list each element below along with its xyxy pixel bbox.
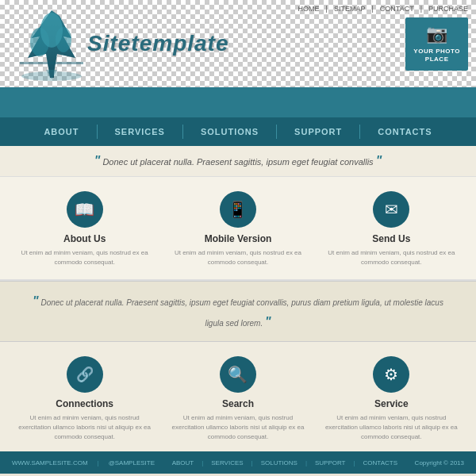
feature-title-service: Service xyxy=(374,398,409,409)
feature-desc-aboutus: Ut enim ad minim veniam, quis nostrud ex… xyxy=(16,248,154,267)
quote-section-1: " Donec ut placerat nulla. Praesent sagi… xyxy=(0,146,476,177)
feature-desc-service: Ut enim ad minim veniam, quis nostrud ex… xyxy=(322,413,460,442)
footer: WWW.SAMPLESITE.COM | @SAMPLESITE ABOUT |… xyxy=(0,451,476,474)
footer-nav-services[interactable]: SERVICES xyxy=(211,459,243,466)
svg-rect-7 xyxy=(20,62,83,64)
footer-social[interactable]: @SAMPLESITE xyxy=(109,459,155,466)
nav-contacts[interactable]: CONTACTS xyxy=(360,117,449,146)
footer-left: WWW.SAMPLESITE.COM | @SAMPLESITE xyxy=(12,459,155,466)
feature-icon-service: ⚙ xyxy=(373,356,409,393)
features-section: 📖 About Us Ut enim ad minim veniam, quis… xyxy=(0,177,476,281)
quote-text-1: " Donec ut placerat nulla. Praesent sagi… xyxy=(24,154,452,168)
quote2-open: " xyxy=(33,294,39,308)
quote-close: " xyxy=(376,154,382,167)
site-title: Sitetemplate xyxy=(87,31,229,56)
svg-point-6 xyxy=(40,13,63,48)
footer-copyright: Copyright © 2013 xyxy=(415,459,464,466)
footer-nav: ABOUT | SERVICES | SOLUTIONS | SUPPORT |… xyxy=(172,459,397,466)
feature-title-search: Search xyxy=(222,398,254,409)
main-nav: ABOUT SERVICES SOLUTIONS SUPPORT CONTACT… xyxy=(0,117,476,146)
quote2-close: " xyxy=(265,315,271,328)
footer-nav-support[interactable]: SUPPORT xyxy=(315,459,346,466)
feature-item-mobile: 📱 Mobile Version Ut enim ad minim veniam… xyxy=(169,191,307,267)
nav-about[interactable]: ABOUT xyxy=(26,117,96,146)
nav-support[interactable]: SUPPORT xyxy=(277,117,359,146)
top-nav-purchase[interactable]: PURCHASE xyxy=(428,5,468,13)
feature-icon-envelope: ✉ xyxy=(373,191,409,228)
quote-open: " xyxy=(94,154,101,167)
feature-item-sendus: ✉ Send Us Ut enim ad minim veniam, quis … xyxy=(322,191,460,267)
quote-text-2: " Donec ut placerat nulla. Praesent sagi… xyxy=(32,291,444,332)
top-nav-contact[interactable]: CONTACT xyxy=(380,5,414,13)
footer-site-url[interactable]: WWW.SAMPLESITE.COM xyxy=(12,459,88,466)
feature-icon-connections: 🔗 xyxy=(67,356,103,393)
feature-item-service: ⚙ Service Ut enim ad minim veniam, quis … xyxy=(322,356,460,442)
feature-title-mobile: Mobile Version xyxy=(205,233,272,244)
feature-desc-sendus: Ut enim ad minim veniam, quis nostrud ex… xyxy=(322,248,460,267)
footer-nav-about[interactable]: ABOUT xyxy=(172,459,194,466)
photo-place-box[interactable]: 📷 YOUR PHOTOPLACE xyxy=(405,17,468,71)
quote-section-2: " Donec ut placerat nulla. Praesent sagi… xyxy=(0,281,476,342)
teal-banner xyxy=(0,87,476,117)
feature-title-connections: Connections xyxy=(56,398,113,409)
logo-area: Sitetemplate xyxy=(0,6,229,82)
feature-desc-connections: Ut enim ad minim veniam, quis nostrud ex… xyxy=(16,413,154,442)
feature-icon-book: 📖 xyxy=(67,191,103,228)
feature-icon-mobile: 📱 xyxy=(220,191,256,228)
feature-item-connections: 🔗 Connections Ut enim ad minim veniam, q… xyxy=(16,356,154,442)
feature-desc-search: Ut enim ad minim veniam, quis nostrud ex… xyxy=(169,413,307,442)
photo-place-text: YOUR PHOTOPLACE xyxy=(413,48,460,64)
camera-icon: 📷 xyxy=(426,24,447,44)
top-nav-home[interactable]: HOME xyxy=(298,5,320,13)
feature-item-aboutus: 📖 About Us Ut enim ad minim veniam, quis… xyxy=(16,191,154,267)
feature-title-sendus: Send Us xyxy=(372,233,410,244)
nav-services[interactable]: SERVICES xyxy=(98,117,182,146)
feature-desc-mobile: Ut enim ad minim veniam, quis nostrud ex… xyxy=(169,248,307,267)
header-top: HOME | SITEMAP | CONTACT | PURCHASE xyxy=(0,0,476,87)
feature-title-aboutus: About Us xyxy=(63,233,106,244)
top-nav: HOME | SITEMAP | CONTACT | PURCHASE xyxy=(298,5,468,13)
bottom-features-section: 🔗 Connections Ut enim ad minim veniam, q… xyxy=(0,342,476,451)
nav-solutions[interactable]: SOLUTIONS xyxy=(183,117,276,146)
tree-silhouette xyxy=(16,6,87,82)
footer-nav-contacts[interactable]: CONTACTS xyxy=(363,459,397,466)
feature-icon-search: 🔍 xyxy=(220,356,256,393)
footer-nav-solutions[interactable]: SOLUTIONS xyxy=(261,459,298,466)
top-nav-sitemap[interactable]: SITEMAP xyxy=(334,5,366,13)
feature-item-search: 🔍 Search Ut enim ad minim veniam, quis n… xyxy=(169,356,307,442)
